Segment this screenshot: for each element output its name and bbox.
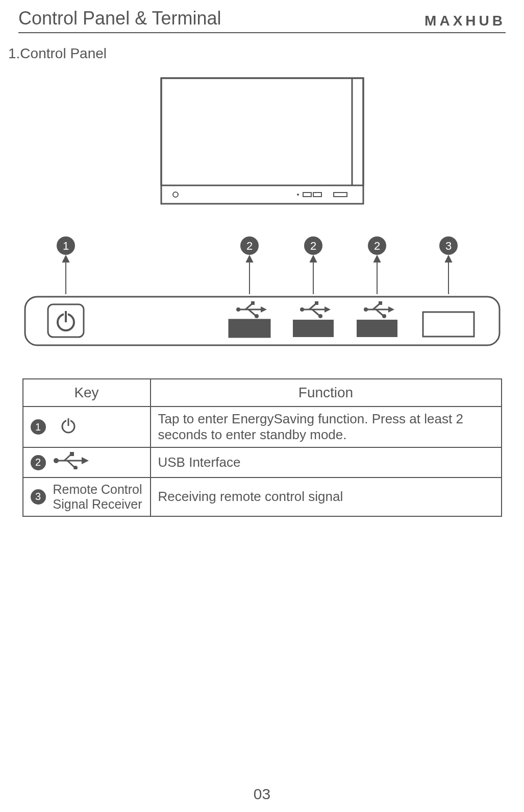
- control-panel-diagram: 1 2 2 2 3: [18, 235, 506, 348]
- function-cell-3: Receiving remote control signal: [151, 477, 502, 516]
- function-table: Key Function 1: [22, 378, 502, 517]
- svg-marker-19: [63, 256, 69, 262]
- function-cell-1: Tap to enter EnergySaving function. Pres…: [151, 407, 502, 447]
- page-title: Control Panel & Terminal: [18, 8, 221, 29]
- svg-point-3: [173, 192, 178, 197]
- function-cell-2: USB Interface: [151, 447, 502, 477]
- callout-3: 3: [439, 236, 458, 255]
- svg-rect-58: [357, 320, 397, 337]
- svg-rect-50: [293, 320, 334, 337]
- svg-point-48: [318, 314, 322, 318]
- power-icon: [53, 417, 84, 438]
- svg-marker-23: [310, 256, 316, 262]
- svg-text:2: 2: [246, 240, 252, 252]
- key-text-3: Remote Control Signal Receiver: [53, 482, 143, 512]
- callout-2b: 2: [304, 236, 322, 255]
- svg-rect-37: [251, 301, 255, 305]
- badge-1: 1: [31, 419, 46, 435]
- brand-logo: MAXHUB: [425, 13, 506, 29]
- svg-rect-5: [303, 193, 311, 197]
- svg-text:2: 2: [310, 240, 316, 252]
- svg-point-4: [297, 194, 299, 196]
- section-title: 1.Control Panel: [8, 45, 506, 62]
- svg-text:2: 2: [373, 240, 380, 252]
- callout-2c: 2: [368, 236, 386, 255]
- receiver-window-icon: [423, 312, 474, 337]
- table-row: 3 Remote Control Signal Receiver Receivi…: [23, 477, 502, 516]
- table-row: 2: [23, 447, 502, 477]
- svg-point-56: [382, 314, 386, 318]
- svg-line-38: [248, 309, 256, 316]
- table-row: 1 Tap to enter EnergySaving function. Pr…: [23, 407, 502, 447]
- svg-marker-27: [445, 256, 452, 262]
- usb-icon: [53, 452, 84, 473]
- page-header: Control Panel & Terminal MAXHUB: [18, 8, 506, 33]
- svg-marker-49: [325, 306, 331, 313]
- svg-rect-46: [315, 301, 318, 305]
- svg-marker-68: [82, 457, 89, 464]
- svg-rect-65: [70, 452, 74, 456]
- svg-marker-25: [374, 256, 380, 262]
- table-header-function: Function: [151, 379, 502, 407]
- svg-marker-40: [261, 306, 267, 313]
- svg-rect-6: [313, 193, 321, 197]
- svg-line-47: [312, 309, 319, 316]
- svg-line-66: [67, 461, 74, 467]
- svg-text:1: 1: [62, 240, 68, 252]
- svg-marker-57: [388, 306, 394, 313]
- callout-1: 1: [57, 236, 75, 255]
- device-illustration: [18, 77, 506, 205]
- svg-line-55: [376, 309, 383, 316]
- badge-3: 3: [31, 489, 46, 505]
- svg-rect-41: [229, 320, 270, 337]
- monitor-icon: [160, 77, 364, 205]
- table-header-key: Key: [23, 379, 151, 407]
- power-button-icon: [48, 304, 84, 337]
- usb-port-3-icon: [357, 301, 397, 337]
- svg-marker-21: [246, 256, 253, 262]
- usb-port-2-icon: [293, 301, 334, 337]
- svg-rect-1: [161, 78, 363, 185]
- page-number: 03: [0, 785, 524, 803]
- callout-2a: 2: [240, 236, 259, 255]
- panel-diagram-svg: 1 2 2 2 3: [20, 235, 505, 348]
- svg-rect-7: [334, 193, 347, 197]
- svg-rect-54: [379, 301, 382, 305]
- svg-text:3: 3: [445, 240, 451, 252]
- usb-port-1-icon: [229, 301, 270, 337]
- badge-2: 2: [31, 455, 46, 470]
- svg-point-39: [255, 314, 259, 318]
